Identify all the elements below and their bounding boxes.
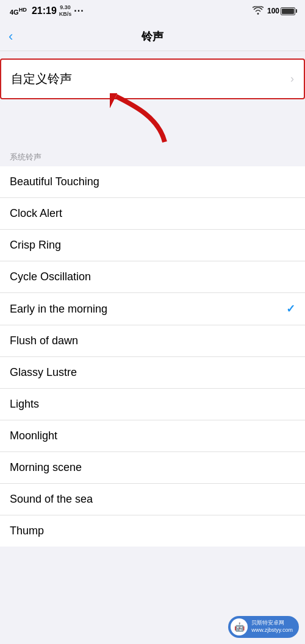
battery-level: 100 xyxy=(267,7,279,15)
battery-indicator: 100 xyxy=(267,7,295,15)
ringtone-name: Flush of dawn xyxy=(10,334,78,347)
list-item[interactable]: Crisp Ring xyxy=(0,230,305,261)
ringtone-name: Crisp Ring xyxy=(10,239,61,252)
list-item[interactable]: Moonlight xyxy=(0,420,305,452)
ringtone-name: Early in the morning xyxy=(10,303,107,316)
ringtone-name: Moonlight xyxy=(10,430,57,442)
list-item[interactable]: Beautiful Touching xyxy=(0,166,305,198)
ringtone-name: Lights xyxy=(10,398,39,411)
system-ringtones-section: 系统铃声 Beautiful Touching Clock Alert Cris… xyxy=(0,148,305,547)
ringtone-list: Beautiful Touching Clock Alert Crisp Rin… xyxy=(0,166,305,547)
ringtone-name: Thump xyxy=(10,525,44,537)
custom-ringtone-label: 自定义铃声 xyxy=(11,71,72,87)
list-item[interactable]: Lights xyxy=(0,389,305,420)
wifi-icon xyxy=(253,6,264,16)
status-bar: 4GHD 21:19 9.30 KB/s ··· 100 xyxy=(0,0,305,22)
list-item[interactable]: Flush of dawn xyxy=(0,325,305,357)
list-item[interactable]: Morning scene xyxy=(0,452,305,484)
back-button[interactable]: ‹ xyxy=(9,29,13,44)
red-arrow-icon xyxy=(110,93,183,150)
list-item[interactable]: Thump xyxy=(0,515,305,547)
status-right: 100 xyxy=(253,6,295,16)
custom-chevron-icon: › xyxy=(290,73,294,85)
status-left: 4GHD 21:19 9.30 KB/s ··· xyxy=(10,4,84,18)
ringtone-name: Cycle Oscillation xyxy=(10,271,91,283)
time-label: 21:19 xyxy=(32,5,57,16)
selected-checkmark-icon: ✓ xyxy=(286,302,295,316)
arrow-annotation xyxy=(0,99,305,148)
network-label: 4GHD xyxy=(10,7,27,16)
list-item[interactable]: Sound of the sea xyxy=(0,484,305,515)
battery-icon xyxy=(281,7,295,15)
speed-label: 9.30 KB/s xyxy=(59,4,72,18)
list-item[interactable]: Cycle Oscillation xyxy=(0,261,305,293)
list-item[interactable]: Glassy Lustre xyxy=(0,357,305,389)
custom-ringtone-row[interactable]: 自定义铃声 › xyxy=(1,60,304,98)
list-item[interactable]: Early in the morning ✓ xyxy=(0,293,305,325)
ringtone-name: Clock Alert xyxy=(10,207,62,220)
ringtone-name: Sound of the sea xyxy=(10,493,93,506)
status-dots: ··· xyxy=(74,5,84,16)
ringtone-name: Beautiful Touching xyxy=(10,175,99,188)
watermark: 🤖 贝斯特安卓网 www.zjbstyy.com xyxy=(228,616,299,638)
system-section-header: 系统铃声 xyxy=(0,148,305,165)
watermark-text: 贝斯特安卓网 www.zjbstyy.com xyxy=(251,620,293,634)
watermark-icon: 🤖 xyxy=(231,618,248,635)
ringtone-name: Glassy Lustre xyxy=(10,366,77,379)
page-title: 铃声 xyxy=(142,29,163,44)
nav-bar: ‹ 铃声 xyxy=(0,22,305,51)
list-item[interactable]: Clock Alert xyxy=(0,198,305,230)
ringtone-name: Morning scene xyxy=(10,461,82,474)
